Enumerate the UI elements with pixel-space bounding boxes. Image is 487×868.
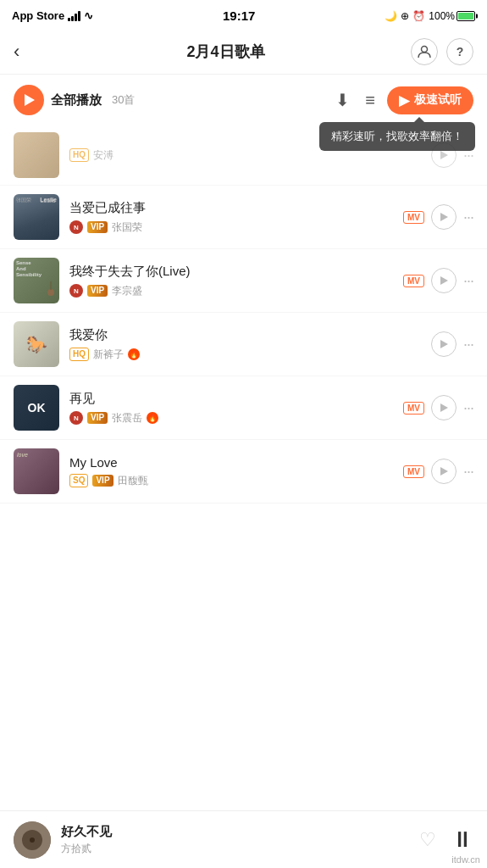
sq-badge-5: SQ	[69, 474, 88, 487]
nav-bar: ‹ 2月4日歌单 ?	[0, 30, 487, 75]
user-icon	[418, 45, 431, 58]
vip-badge-2: VIP	[87, 285, 108, 297]
song-info-5: My Love SQ VIP 田馥甄	[69, 455, 393, 488]
mv-badge-4[interactable]: MV	[403, 402, 424, 415]
player-avatar-image	[14, 821, 51, 859]
song-meta-1: N VIP 张国荣	[69, 220, 393, 235]
song-artist-1: 张国荣	[112, 220, 142, 235]
fire-badge-3: 🔥	[128, 348, 140, 360]
bottom-player[interactable]: 好久不见 方拾贰 ♡ ⏸	[0, 810, 487, 868]
list-sort-icon-button[interactable]: ≡	[362, 87, 379, 114]
song-title-4: 再见	[69, 391, 393, 407]
wifi-icon: ∿	[84, 9, 93, 22]
fire-badge-4: 🔥	[147, 412, 158, 424]
cover-label-2: SenseAndSensibility	[16, 260, 42, 279]
song-cover-5: love	[14, 448, 59, 494]
song-title-1: 当爱已成往事	[69, 200, 393, 216]
play-button-3[interactable]	[431, 331, 457, 357]
status-left: App Store ∿	[12, 9, 93, 22]
song-artist-3: 新裤子	[93, 348, 124, 362]
svg-point-1	[47, 289, 54, 296]
vip-badge-1: VIP	[87, 221, 108, 233]
netease-badge-4: N	[69, 411, 83, 425]
song-item-5[interactable]: love My Love SQ VIP 田馥甄 MV ···	[0, 440, 487, 504]
help-icon-button[interactable]: ?	[446, 38, 473, 65]
song-list: HQ 安溥 ··· Leslie 张国荣 当爱已成往事 N VIP 张国荣 MV	[0, 125, 487, 571]
hq-badge-3: HQ	[69, 348, 89, 361]
song-item-4[interactable]: OK 再见 N VIP 张震岳 🔥 MV ···	[0, 376, 487, 440]
moon-icon: 🌙	[385, 10, 397, 22]
netease-badge-2: N	[69, 284, 83, 298]
song-item-2[interactable]: SenseAndSensibility 我终于失去了你(Live) N VIP …	[0, 249, 487, 313]
battery-indicator: 100%	[429, 10, 475, 22]
play-button-5[interactable]	[431, 459, 457, 484]
play-button-1[interactable]	[431, 204, 457, 230]
app-store-label: App Store	[12, 9, 64, 22]
heart-button[interactable]: ♡	[419, 829, 436, 851]
location-icon: ⊕	[401, 10, 409, 22]
song-item-3[interactable]: 🐎 我爱你 HQ 新裤子 🔥 ···	[0, 313, 487, 376]
play-all-label: 全部播放	[51, 92, 102, 108]
song-actions-2: MV ···	[403, 268, 473, 293]
cover-guitar-icon	[46, 281, 56, 300]
song-info-1: 当爱已成往事 N VIP 张国荣	[69, 200, 393, 235]
song-meta-2: N VIP 李宗盛	[69, 284, 393, 298]
netease-badge-1: N	[69, 220, 83, 234]
svg-rect-2	[51, 281, 52, 290]
play-all-count: 30首	[112, 92, 135, 108]
play-mini-icon-3	[440, 340, 448, 348]
back-button[interactable]: ‹	[14, 41, 41, 63]
pause-button[interactable]: ⏸	[451, 826, 473, 853]
mv-badge-5[interactable]: MV	[403, 465, 424, 478]
play-all-button[interactable]: 全部播放 30首	[14, 85, 135, 115]
player-title: 好久不见	[61, 824, 409, 840]
alarm-icon: ⏰	[412, 10, 425, 22]
mv-badge-2[interactable]: MV	[403, 275, 424, 287]
speed-play-icon: ▶	[399, 92, 409, 108]
song-artist-5: 田馥甄	[118, 474, 148, 488]
player-avatar[interactable]	[14, 821, 51, 859]
status-bar: App Store ∿ 19:17 🌙 ⊕ ⏰ 100%	[0, 0, 487, 30]
question-mark-icon: ?	[457, 45, 464, 58]
song-actions-4: MV ···	[403, 395, 473, 420]
song-actions-3: ···	[431, 331, 473, 357]
more-button-5[interactable]: ···	[463, 463, 473, 481]
play-mini-icon-4	[440, 403, 448, 412]
play-mini-icon-1	[440, 213, 448, 221]
song-cover-3: 🐎	[14, 321, 59, 367]
speed-listen-button[interactable]: ▶ 极速试听	[387, 86, 473, 114]
mv-badge-1[interactable]: MV	[403, 211, 424, 224]
song-artist-partial: 安溥	[93, 148, 113, 163]
hq-badge-partial: HQ	[69, 148, 89, 162]
status-time: 19:17	[223, 8, 255, 23]
vip-badge-5: VIP	[92, 475, 113, 487]
more-button-4[interactable]: ···	[463, 399, 473, 417]
song-meta-5: SQ VIP 田馥甄	[69, 474, 393, 488]
svg-point-0	[422, 47, 428, 53]
play-button-4[interactable]	[431, 395, 457, 420]
cover-horse-icon: 🐎	[26, 334, 47, 354]
more-button-3[interactable]: ···	[463, 336, 473, 353]
play-mini-icon-partial	[440, 151, 448, 159]
watermark: itdw.cn	[451, 854, 480, 865]
toolbar: 全部播放 30首 ⬇ ≡ ▶ 极速试听 精彩速听，找歌效率翻倍！	[0, 75, 487, 125]
user-icon-button[interactable]	[411, 38, 438, 65]
song-info-3: 我爱你 HQ 新裤子 🔥	[69, 327, 421, 362]
song-artist-2: 李宗盛	[112, 284, 142, 298]
cover-label-1: Leslie	[40, 197, 57, 203]
cover-sublabel-1: 张国荣	[16, 197, 31, 204]
more-button-2[interactable]: ···	[463, 272, 473, 290]
play-button-2[interactable]	[431, 268, 457, 293]
more-button-1[interactable]: ···	[463, 209, 473, 226]
song-info-2: 我终于失去了你(Live) N VIP 李宗盛	[69, 264, 393, 298]
song-cover-partial	[14, 132, 59, 178]
song-artist-4: 张震岳	[112, 411, 142, 426]
play-mini-icon-5	[440, 467, 448, 476]
song-cover-2: SenseAndSensibility	[14, 258, 59, 303]
svg-point-5	[30, 837, 35, 843]
song-item-1[interactable]: Leslie 张国荣 当爱已成往事 N VIP 张国荣 MV ···	[0, 186, 487, 249]
play-mini-icon-2	[440, 276, 448, 285]
speed-listen-tooltip: 精彩速听，找歌效率翻倍！	[319, 122, 475, 151]
download-icon-button[interactable]: ⬇	[332, 86, 353, 114]
song-cover-4: OK	[14, 385, 59, 431]
